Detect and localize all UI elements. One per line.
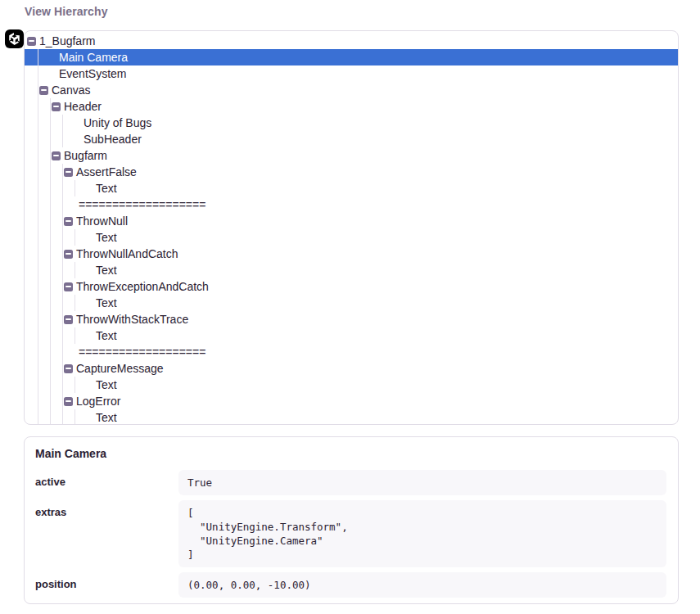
tree-node-row[interactable]: LogError: [64, 393, 678, 409]
tree-node: Text: [76, 295, 678, 311]
detail-label: position: [35, 572, 178, 598]
node-label: Unity of Bugs: [84, 115, 151, 131]
tree-node: EventSystem: [39, 65, 678, 82]
tree-node: SubHeader: [64, 131, 678, 147]
children-group: Main CameraEventSystemCanvasHeaderUnity …: [38, 49, 678, 425]
node-label: ThrowWithStackTrace: [76, 311, 188, 327]
detail-label: active: [35, 470, 178, 495]
tree-node-row[interactable]: Main Camera: [39, 49, 678, 65]
detail-rows: activeTrueextras[ "UnityEngine.Transform…: [35, 470, 666, 598]
tree-node-row[interactable]: Text: [76, 327, 678, 344]
tree-node-row[interactable]: ThrowWithStackTrace: [64, 311, 678, 327]
tree-node: 1_BugfarmMain CameraEventSystemCanvasHea…: [27, 33, 678, 425]
tree-panel: 1_BugfarmMain CameraEventSystemCanvasHea…: [24, 30, 679, 425]
node-label: Text: [96, 180, 117, 196]
children-group: Text: [75, 295, 678, 311]
tree-node-row[interactable]: ThrowNullAndCatch: [64, 246, 678, 262]
tree-node: Text: [76, 180, 678, 196]
node-label: Text: [96, 229, 117, 246]
children-group: Text: [75, 409, 678, 425]
tree-node-row[interactable]: AssertFalse: [64, 164, 678, 180]
tree-separator-row[interactable]: ===================: [64, 196, 678, 213]
children-group: Unity of BugsSubHeader: [62, 115, 678, 147]
collapse-toggle-icon[interactable]: [39, 86, 48, 95]
collapse-toggle-icon[interactable]: [27, 37, 36, 46]
node-label: ===================: [79, 196, 205, 213]
node-label: ===================: [79, 344, 205, 360]
children-group: HeaderUnity of BugsSubHeaderBugfarmAsser…: [50, 98, 678, 425]
tree-node-row[interactable]: Bugfarm: [52, 147, 678, 164]
tree-node: Text: [76, 327, 678, 344]
tree-node-row[interactable]: ThrowExceptionAndCatch: [64, 278, 678, 295]
collapse-toggle-icon[interactable]: [64, 364, 73, 373]
detail-row: extras[ "UnityEngine.Transform", "UnityE…: [35, 500, 666, 567]
tree-node-row[interactable]: Text: [76, 409, 678, 425]
tree-node-row[interactable]: Text: [76, 180, 678, 196]
detail-label: extras: [35, 500, 178, 567]
tree-node: LogErrorText: [64, 393, 678, 425]
detail-row: activeTrue: [35, 470, 666, 495]
tree-node: Text: [76, 377, 678, 393]
node-label: ThrowNull: [76, 213, 128, 229]
tree-node-row[interactable]: CaptureMessage: [64, 360, 678, 377]
node-label: 1_Bugfarm: [39, 33, 95, 49]
node-label: Canvas: [52, 82, 90, 98]
collapse-toggle-icon[interactable]: [64, 397, 73, 406]
tree-node-row[interactable]: Text: [76, 262, 678, 278]
detail-value: True: [178, 470, 666, 495]
node-label: LogError: [76, 393, 120, 409]
view-hierarchy-title: View Hierarchy: [25, 5, 108, 18]
details-title: Main Camera: [35, 447, 666, 460]
collapse-toggle-icon[interactable]: [52, 151, 61, 160]
tree-node: ThrowNullAndCatchText: [64, 246, 678, 278]
node-label: Text: [96, 295, 117, 311]
children-group: AssertFalseText===================ThrowN…: [62, 164, 678, 425]
tree-node-row[interactable]: Header: [52, 98, 678, 115]
tree-node: Text: [76, 262, 678, 278]
tree-node-row[interactable]: 1_Bugfarm: [27, 33, 678, 49]
tree-node: ThrowWithStackTraceText: [64, 311, 678, 344]
tree-node-row[interactable]: Text: [76, 295, 678, 311]
tree-node: ===================: [64, 196, 678, 213]
tree-node-row[interactable]: Canvas: [39, 82, 678, 98]
collapse-toggle-icon[interactable]: [64, 217, 73, 226]
collapse-toggle-icon[interactable]: [64, 168, 73, 177]
tree-node: CanvasHeaderUnity of BugsSubHeaderBugfar…: [39, 82, 678, 425]
tree-node: CaptureMessageText: [64, 360, 678, 393]
tree-node: Unity of Bugs: [64, 115, 678, 131]
tree-separator-row[interactable]: ===================: [64, 344, 678, 360]
tree-node-row[interactable]: Text: [76, 377, 678, 393]
collapse-toggle-icon[interactable]: [64, 250, 73, 259]
tree-node: Text: [76, 229, 678, 246]
detail-value: (0.00, 0.00, -10.00): [178, 572, 666, 598]
node-label: Text: [96, 262, 117, 278]
tree-node-row[interactable]: EventSystem: [39, 65, 678, 82]
tree-node: AssertFalseText: [64, 164, 678, 196]
tree-node-row[interactable]: Text: [76, 229, 678, 246]
tree-node-row[interactable]: SubHeader: [64, 131, 678, 147]
tree-node-row[interactable]: ThrowNull: [64, 213, 678, 229]
children-group: Text: [75, 327, 678, 344]
node-label: Bugfarm: [64, 147, 107, 164]
collapse-toggle-icon[interactable]: [52, 102, 61, 111]
node-label: Text: [96, 409, 117, 425]
children-group: Text: [75, 262, 678, 278]
unity-platform-icon: [5, 29, 24, 48]
node-label: AssertFalse: [76, 164, 137, 180]
collapse-toggle-icon[interactable]: [64, 315, 73, 324]
detail-row: position(0.00, 0.00, -10.00): [35, 572, 666, 598]
tree-node: ThrowNullText: [64, 213, 678, 246]
tree-node: Text: [76, 409, 678, 425]
collapse-toggle-icon[interactable]: [64, 282, 73, 291]
node-label: Text: [96, 377, 117, 393]
tree-node: BugfarmAssertFalseText==================…: [52, 147, 678, 425]
node-label: ThrowExceptionAndCatch: [76, 278, 209, 295]
node-label: CaptureMessage: [76, 360, 164, 377]
unity-logo-icon: [8, 33, 20, 45]
detail-value: [ "UnityEngine.Transform", "UnityEngine.…: [178, 500, 666, 567]
node-label: ThrowNullAndCatch: [76, 246, 178, 262]
tree-node-row[interactable]: Unity of Bugs: [64, 115, 678, 131]
tree-node: HeaderUnity of BugsSubHeader: [52, 98, 678, 147]
tree-node: ===================: [64, 344, 678, 360]
details-panel: Main Camera activeTrueextras[ "UnityEngi…: [24, 436, 679, 604]
